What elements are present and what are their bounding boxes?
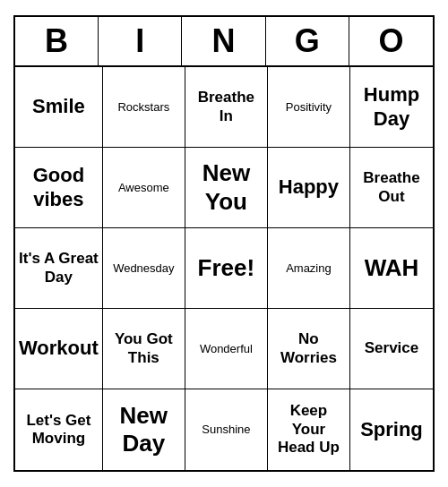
cell-11: Wednesday [103, 228, 185, 309]
cell-text-4: Hump Day [354, 83, 429, 131]
cell-text-23: Keep Your Head Up [271, 402, 346, 457]
cell-21: New Day [103, 389, 185, 470]
cell-16: You Got This [103, 309, 185, 389]
header-letter-N: N [182, 17, 265, 65]
cell-text-19: Service [365, 339, 419, 357]
cell-text-22: Sunshine [202, 423, 250, 437]
cell-text-3: Positivity [286, 100, 332, 115]
cell-13: Amazing [268, 228, 350, 309]
cell-12: Free! [185, 228, 268, 309]
cell-text-0: Smile [32, 95, 85, 118]
cell-2: Breathe In [185, 67, 268, 148]
bingo-grid: SmileRockstarsBreathe InPositivityHump D… [15, 67, 433, 470]
cell-text-14: WAH [365, 254, 419, 282]
cell-text-8: Happy [279, 175, 339, 199]
bingo-card: BINGO SmileRockstarsBreathe InPositivity… [13, 15, 435, 472]
bingo-header: BINGO [15, 17, 433, 67]
cell-15: Workout [15, 309, 103, 389]
cell-20: Let's Get Moving [15, 389, 103, 470]
header-letter-G: G [266, 17, 349, 65]
cell-text-24: Spring [360, 418, 423, 441]
header-letter-O: O [349, 17, 433, 65]
cell-1: Rockstars [103, 67, 185, 148]
cell-0: Smile [15, 67, 103, 148]
cell-14: WAH [350, 228, 433, 309]
cell-8: Happy [268, 148, 350, 228]
cell-text-11: Wednesday [113, 261, 174, 276]
cell-9: Breathe Out [350, 148, 433, 228]
cell-text-5: Good vibes [19, 164, 99, 211]
cell-text-9: Breathe Out [354, 169, 429, 206]
cell-text-16: You Got This [107, 330, 181, 367]
cell-10: It's A Great Day [15, 228, 103, 309]
cell-text-12: Free! [198, 254, 255, 282]
cell-17: Wonderful [185, 309, 268, 389]
cell-text-20: Let's Get Moving [19, 412, 99, 449]
header-letter-I: I [99, 17, 182, 65]
cell-text-13: Amazing [286, 261, 332, 276]
cell-text-17: Wonderful [200, 342, 253, 356]
cell-23: Keep Your Head Up [268, 389, 350, 470]
cell-24: Spring [350, 389, 433, 470]
cell-3: Positivity [268, 67, 350, 148]
cell-4: Hump Day [350, 67, 433, 148]
header-letter-B: B [15, 17, 99, 65]
cell-5: Good vibes [15, 148, 103, 228]
cell-6: Awesome [103, 148, 185, 228]
cell-22: Sunshine [185, 389, 268, 470]
cell-text-15: Workout [19, 337, 99, 360]
cell-text-2: Breathe In [189, 89, 263, 125]
cell-text-18: No Worries [271, 330, 346, 367]
cell-18: No Worries [268, 309, 350, 389]
cell-7: New You [185, 148, 268, 228]
cell-text-6: Awesome [118, 181, 169, 195]
cell-19: Service [350, 309, 433, 389]
cell-text-7: New You [189, 159, 263, 215]
cell-text-10: It's A Great Day [19, 250, 99, 286]
cell-text-1: Rockstars [117, 100, 169, 115]
cell-text-21: New Day [107, 402, 181, 457]
